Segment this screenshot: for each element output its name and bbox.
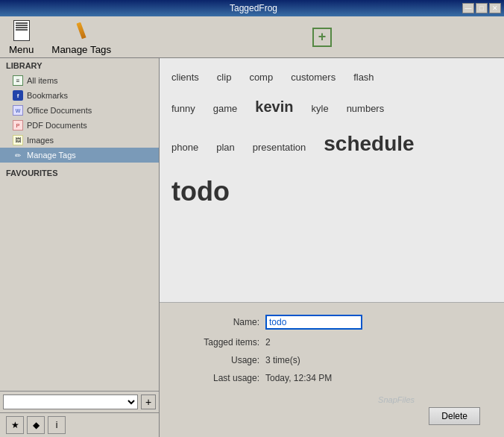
toolbar: Menu Manage Tags + bbox=[0, 16, 504, 58]
main-content: LIBRARY ≡ All items f Bookmarks W Office… bbox=[0, 58, 504, 437]
pdf-icon: P bbox=[12, 119, 24, 131]
title-bar: TaggedFrog — □ ✕ bbox=[0, 0, 504, 16]
favourites-label: FAVOURITES bbox=[0, 166, 159, 180]
detail-panel: Name: Tagged items: 2 Usage: 3 time(s) L… bbox=[160, 303, 504, 437]
sidebar-add-button[interactable]: + bbox=[141, 394, 156, 409]
images-icon: 🖼 bbox=[12, 134, 24, 146]
all-items-icon: ≡ bbox=[12, 75, 24, 87]
manage-tags-icon bbox=[69, 19, 93, 43]
tag-funny[interactable]: funny bbox=[171, 101, 195, 117]
tag-game[interactable]: game bbox=[213, 101, 238, 117]
sidebar-item-images[interactable]: 🖼 Images bbox=[0, 133, 159, 148]
tagged-items-row: Tagged items: 2 bbox=[177, 337, 486, 348]
add-icon: + bbox=[310, 25, 334, 49]
manage-tags-sidebar-icon: ✏ bbox=[12, 149, 24, 161]
sidebar-bottom: + bbox=[0, 391, 159, 412]
usage-row: Usage: 3 time(s) bbox=[177, 355, 486, 365]
delete-button[interactable]: Delete bbox=[429, 407, 480, 425]
tag-flash[interactable]: flash bbox=[353, 70, 374, 86]
sidebar-actions: ★ ◆ i bbox=[0, 412, 159, 437]
last-usage-label: Last usage: bbox=[177, 373, 259, 383]
sidebar-item-all-items[interactable]: ≡ All items bbox=[0, 73, 159, 88]
menu-icon bbox=[10, 19, 34, 43]
name-input[interactable] bbox=[265, 315, 362, 330]
sidebar-item-manage-tags[interactable]: ✏ Manage Tags bbox=[0, 148, 159, 163]
tag-cloud-inner: clientsclipcompcustomersflashfunnygameke… bbox=[171, 70, 492, 216]
sidebar-item-office-documents[interactable]: W Office Documents bbox=[0, 103, 159, 118]
menu-label: Menu bbox=[9, 44, 34, 55]
sidebar: LIBRARY ≡ All items f Bookmarks W Office… bbox=[0, 58, 160, 437]
maximize-button[interactable]: □ bbox=[476, 3, 488, 13]
tag-kevin[interactable]: kevin bbox=[255, 95, 293, 119]
last-usage-value: Today, 12:34 PM bbox=[265, 373, 332, 383]
favourites-section: FAVOURITES bbox=[0, 166, 159, 180]
info-button[interactable]: i bbox=[48, 416, 66, 434]
sidebar-item-bookmarks[interactable]: f Bookmarks bbox=[0, 88, 159, 103]
manage-tags-button[interactable]: Manage Tags bbox=[48, 16, 114, 58]
tagged-items-value: 2 bbox=[265, 337, 271, 348]
minimize-button[interactable]: — bbox=[462, 3, 474, 13]
tag-plan[interactable]: plan bbox=[216, 140, 235, 156]
tag-customers[interactable]: customers bbox=[291, 70, 336, 86]
tag-comp[interactable]: comp bbox=[249, 70, 273, 86]
library-label: LIBRARY bbox=[0, 58, 159, 73]
close-button[interactable]: ✕ bbox=[489, 3, 501, 13]
tag-numbers[interactable]: numbers bbox=[347, 101, 385, 117]
office-icon: W bbox=[12, 104, 24, 116]
tagged-items-label: Tagged items: bbox=[177, 337, 259, 348]
last-usage-row: Last usage: Today, 12:34 PM bbox=[177, 373, 486, 383]
tag-button[interactable]: ◆ bbox=[27, 416, 45, 434]
tag-clients[interactable]: clients bbox=[171, 70, 199, 86]
sidebar-dropdown[interactable] bbox=[3, 394, 138, 409]
tag-cloud: clientsclipcompcustomersflashfunnygameke… bbox=[160, 58, 504, 303]
manage-tags-label: Manage Tags bbox=[51, 44, 111, 55]
right-panel: clientsclipcompcustomersflashfunnygameke… bbox=[160, 58, 504, 437]
tag-phone[interactable]: phone bbox=[171, 140, 198, 156]
window-controls[interactable]: — □ ✕ bbox=[462, 3, 504, 13]
bookmarks-icon: f bbox=[12, 89, 24, 101]
name-row: Name: bbox=[177, 315, 486, 330]
usage-label: Usage: bbox=[177, 355, 259, 365]
window-title: TaggedFrog bbox=[45, 3, 462, 13]
name-label: Name: bbox=[177, 317, 259, 327]
tag-kyle[interactable]: kyle bbox=[312, 101, 329, 117]
usage-value: 3 time(s) bbox=[265, 355, 300, 365]
tag-presentation[interactable]: presentation bbox=[253, 140, 306, 156]
tag-todo[interactable]: todo bbox=[171, 170, 230, 213]
add-button[interactable]: + bbox=[307, 22, 337, 52]
star-button[interactable]: ★ bbox=[6, 416, 24, 434]
menu-button[interactable]: Menu bbox=[6, 16, 37, 58]
sidebar-item-pdf-documents[interactable]: P PDF Documents bbox=[0, 118, 159, 133]
tag-clip[interactable]: clip bbox=[217, 70, 232, 86]
tag-schedule[interactable]: schedule bbox=[324, 128, 414, 161]
watermark: SnapFiles bbox=[378, 395, 415, 404]
